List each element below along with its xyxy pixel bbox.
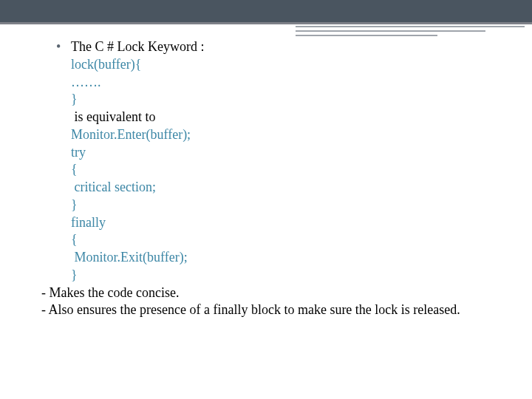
header-band — [0, 0, 532, 24]
code-line: ……. — [71, 74, 502, 92]
equiv-line: is equivalent to — [71, 109, 502, 126]
code-line: } — [71, 267, 502, 284]
code-line: lock(buffer){ — [71, 56, 502, 74]
accent-lines — [296, 26, 525, 39]
bullet-item: The C # Lock Keyword : lock(buffer){ …….… — [41, 38, 502, 284]
code-line: { — [71, 231, 502, 249]
code-line: Monitor.Exit(buffer); — [71, 249, 502, 267]
bullet-list: The C # Lock Keyword : lock(buffer){ …….… — [41, 38, 502, 284]
bullet-heading: The C # Lock Keyword : — [71, 38, 502, 56]
code-line: } — [71, 91, 502, 109]
code-line: finally — [71, 214, 502, 232]
note-line: - Makes the code concise. — [41, 284, 502, 302]
code-line: Monitor.Enter(buffer); — [71, 126, 502, 144]
slide-content: The C # Lock Keyword : lock(buffer){ …….… — [41, 38, 502, 319]
notes-block: - Makes the code concise. - Also ensures… — [41, 284, 502, 320]
code-line: } — [71, 197, 502, 214]
note-line: - Also ensures the presence of a finally… — [41, 301, 502, 319]
code-line: critical section; — [71, 179, 502, 197]
code-line: { — [71, 161, 502, 179]
code-line: try — [71, 144, 502, 162]
